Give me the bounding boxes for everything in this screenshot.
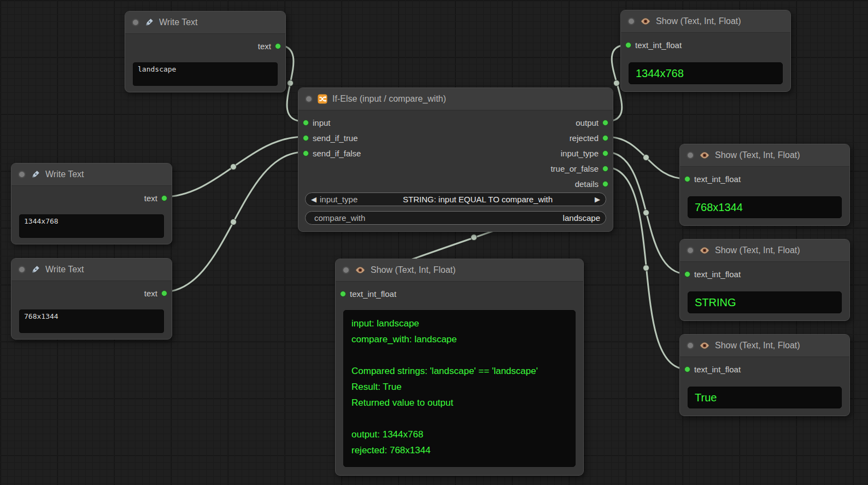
eye-icon [699,342,710,349]
input-slot-label: text_int_float [635,40,682,50]
text-value-input[interactable]: landscape [133,62,278,86]
input-port-text-int-float[interactable] [684,366,690,372]
output-slot-label: details [575,179,599,189]
node-header[interactable]: Show (Text, Int, Float) [621,10,790,33]
input-port-text-int-float[interactable] [684,271,690,277]
node-show-output[interactable]: Show (Text, Int, Float) text_int_float 1… [620,10,791,92]
input-port-text-int-float[interactable] [625,42,631,48]
collapse-dot[interactable] [132,19,139,26]
show-value-display: True [688,387,842,408]
collapse-dot[interactable] [687,151,694,159]
input-slot-label: text_int_float [694,365,741,374]
node-title: Show (Text, Int, Float) [715,341,800,350]
output-port-rejected[interactable] [602,135,608,141]
show-details-display: input: landscape compare_with: landscape… [343,310,576,467]
node-show-true-or-false[interactable]: Show (Text, Int, Float) text_int_float T… [679,334,850,416]
output-port-text[interactable] [161,195,167,201]
link-midpoint-dot[interactable] [614,80,620,86]
show-value-display: 768x1344 [688,196,842,218]
eye-icon [699,151,710,159]
output-port-details[interactable] [602,181,608,187]
node-header[interactable]: Show (Text, Int, Float) [336,259,583,282]
show-value-display: STRING [688,291,842,313]
node-title: Write Text [45,265,84,274]
collapse-dot[interactable] [342,266,350,274]
node-write-text-3[interactable]: Write Text text 768x1344 [11,258,172,340]
pen-icon [144,17,154,27]
node-write-text-2[interactable]: Write Text text 1344x768 [11,163,172,244]
text-value-input[interactable]: 1344x768 [19,214,164,238]
collapse-dot[interactable] [18,171,26,178]
input-slot-label: send_if_true [313,133,358,143]
combo-label: input_type [320,195,357,204]
output-slot-label: input_type [561,149,599,158]
input-slot-label: input [313,118,331,127]
input-slot-label: text_int_float [694,270,741,279]
output-port-text[interactable] [161,290,167,296]
output-slot-label: true_or_false [550,164,599,173]
output-port-text[interactable] [275,43,281,49]
link-midpoint-dot[interactable] [643,155,649,161]
node-graph-canvas[interactable]: Write Text text landscape Write Text tex… [0,0,868,485]
pen-icon [31,170,40,179]
input-port-text-int-float[interactable] [340,291,346,297]
input-slot-label: text_int_float [694,174,741,184]
collapse-dot[interactable] [627,17,635,25]
output-slot-label: rejected [570,133,599,143]
link-midpoint-dot[interactable] [643,265,649,271]
text-value-input[interactable]: 768x1344 [19,309,164,333]
node-header[interactable]: Write Text [125,11,285,34]
combo-left-arrow-icon[interactable]: ◀ [311,195,316,203]
node-if-else[interactable]: If-Else (input / compare_with) input sen… [298,87,613,232]
node-header[interactable]: Write Text [11,259,172,281]
link-midpoint-dot[interactable] [288,80,294,86]
input-type-combo-widget[interactable]: ◀ input_type STRING: input EQUAL TO comp… [305,192,606,206]
output-slot-label: output [576,118,599,127]
shuffle-icon [318,94,327,104]
node-write-text-1[interactable]: Write Text text landscape [125,11,286,92]
compare-with-field-widget[interactable]: compare_with landscape [305,211,606,225]
node-header[interactable]: Show (Text, Int, Float) [680,144,849,167]
link-midpoint-dot[interactable] [643,210,649,216]
node-header[interactable]: Write Text [11,163,172,186]
eye-icon [640,17,651,25]
output-port-input-type[interactable] [602,150,608,156]
collapse-dot[interactable] [305,95,313,103]
field-label: compare_with [314,213,365,223]
node-title: If-Else (input / compare_with) [332,94,446,104]
output-slot-label: text [144,289,157,298]
show-value-display: 1344x768 [629,62,783,84]
pen-icon [31,265,40,274]
input-port-send-if-false[interactable] [303,150,309,156]
link-midpoint-dot[interactable] [231,164,237,170]
node-show-rejected[interactable]: Show (Text, Int, Float) text_int_float 7… [679,144,850,226]
node-header[interactable]: Show (Text, Int, Float) [680,335,849,357]
field-value: landscape [563,213,600,223]
node-title: Write Text [45,170,84,179]
node-show-input-type[interactable]: Show (Text, Int, Float) text_int_float S… [679,239,850,321]
combo-value: STRING: input EQUAL TO compare_with [361,195,595,204]
eye-icon [355,266,366,274]
node-header[interactable]: If-Else (input / compare_with) [298,88,613,110]
node-title: Show (Text, Int, Float) [715,150,800,160]
input-port-send-if-true[interactable] [303,135,309,141]
input-slot-label: text_int_float [350,289,396,299]
collapse-dot[interactable] [18,266,26,273]
node-title: Show (Text, Int, Float) [371,265,456,275]
combo-right-arrow-icon[interactable]: ▶ [595,195,600,203]
node-title: Show (Text, Int, Float) [656,16,741,26]
collapse-dot[interactable] [687,342,694,349]
collapse-dot[interactable] [687,247,694,254]
input-port-text-int-float[interactable] [684,176,690,182]
output-slot-label: text [258,42,271,51]
node-show-details[interactable]: Show (Text, Int, Float) text_int_float i… [335,259,584,476]
link-midpoint-dot[interactable] [471,235,477,241]
input-port-input[interactable] [303,120,309,126]
output-port-output[interactable] [602,120,608,126]
output-slot-label: text [144,194,157,203]
output-port-true-or-false[interactable] [602,166,608,172]
node-header[interactable]: Show (Text, Int, Float) [680,239,849,262]
link-midpoint-dot[interactable] [231,219,237,225]
eye-icon [699,247,710,254]
node-title: Show (Text, Int, Float) [715,246,800,255]
